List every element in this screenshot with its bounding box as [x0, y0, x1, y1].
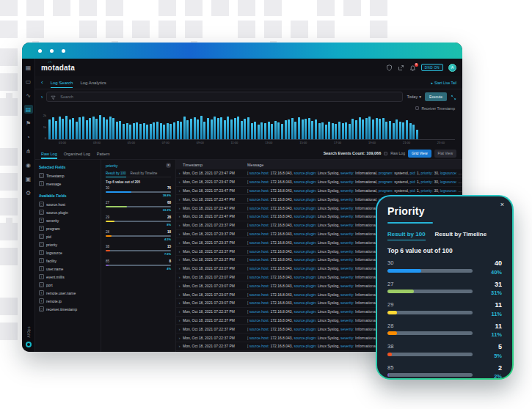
- tab-result-by-100[interactable]: Result by 100: [387, 231, 426, 240]
- row-expand-icon[interactable]: ›: [176, 284, 183, 288]
- histogram-bar[interactable]: [258, 125, 260, 139]
- histogram-bar[interactable]: [416, 130, 418, 139]
- histogram-bar[interactable]: [123, 124, 125, 139]
- histogram-bar[interactable]: [52, 117, 54, 139]
- window-dot[interactable]: [50, 49, 54, 53]
- histogram-bar[interactable]: [220, 117, 222, 139]
- logs-icon[interactable]: ▤: [24, 105, 33, 114]
- histogram-bar[interactable]: [264, 123, 266, 139]
- histogram-bar[interactable]: [170, 124, 172, 139]
- row-expand-icon[interactable]: ›: [176, 188, 183, 193]
- priority-bar-row[interactable]: 8522%: [387, 364, 502, 380]
- histogram-bar[interactable]: [156, 122, 158, 140]
- histogram-bar[interactable]: [65, 116, 68, 139]
- priority-bar-row[interactable]: 28184.5%: [106, 230, 171, 241]
- expand-icon[interactable]: [451, 90, 456, 103]
- close-icon[interactable]: ×: [500, 202, 504, 208]
- histogram-bar[interactable]: [194, 117, 196, 139]
- packages-icon[interactable]: ▣: [24, 174, 33, 183]
- priority-bar-row[interactable]: 273131%: [387, 281, 502, 297]
- histogram-bar[interactable]: [385, 122, 387, 139]
- histogram-bar[interactable]: [119, 121, 121, 139]
- histogram-bar[interactable]: [153, 122, 155, 139]
- field-item-message[interactable]: Tmessage: [39, 180, 97, 188]
- priority-bar-row[interactable]: 8584%: [106, 259, 171, 270]
- row-expand-icon[interactable]: ›: [176, 344, 183, 348]
- histogram-bar[interactable]: [190, 119, 192, 139]
- histogram-bar[interactable]: [112, 118, 114, 139]
- histogram-bar[interactable]: [368, 117, 371, 139]
- histogram-bar[interactable]: [409, 123, 412, 139]
- histogram-bar[interactable]: [103, 117, 105, 139]
- tab-result-by-100[interactable]: Result by 100: [106, 170, 126, 177]
- histogram-bar[interactable]: [227, 117, 229, 140]
- field-item-Timestamp[interactable]: ▢Timestamp: [39, 172, 97, 180]
- avatar[interactable]: A: [448, 64, 456, 72]
- histogram-bar[interactable]: [133, 123, 135, 139]
- log-row[interactable]: ›Mon, Oct 18, 2021 07:23:47 PM[ source.h…: [176, 178, 462, 187]
- histogram-bar[interactable]: [160, 123, 162, 139]
- tab-result-by-timeline[interactable]: Result by Timeline: [435, 231, 487, 240]
- histogram-bar[interactable]: [298, 117, 300, 139]
- histogram-bar[interactable]: [95, 119, 98, 139]
- histogram-bar[interactable]: [136, 122, 138, 139]
- histogram-bar[interactable]: [271, 124, 273, 139]
- tab-result-by-timeline[interactable]: Result by Timeline: [131, 170, 158, 177]
- priority-bar-row[interactable]: 291111%: [387, 301, 502, 317]
- histogram-bar[interactable]: [211, 119, 213, 139]
- priority-bar-row[interactable]: 276833.3%: [106, 201, 171, 212]
- flag-icon[interactable]: ⚑: [24, 119, 33, 128]
- tab-log-search[interactable]: Log Search: [51, 77, 73, 88]
- histogram-bar[interactable]: [345, 122, 347, 140]
- row-expand-icon[interactable]: ›: [176, 309, 183, 314]
- row-expand-icon[interactable]: ›: [176, 301, 183, 305]
- histogram-bar[interactable]: [234, 118, 236, 139]
- histogram-bar[interactable]: [139, 124, 142, 139]
- histogram-bar[interactable]: [230, 119, 233, 139]
- histogram-bar[interactable]: [406, 120, 408, 139]
- field-item-port[interactable]: ▢port: [39, 281, 97, 289]
- histogram-bar[interactable]: [291, 118, 294, 139]
- histogram-bar[interactable]: [173, 122, 175, 139]
- field-item-event-millis[interactable]: Tevent.millis: [39, 273, 97, 281]
- histogram-bar[interactable]: [412, 125, 415, 139]
- histogram-bar[interactable]: [89, 118, 91, 139]
- histogram-bar[interactable]: [335, 124, 337, 139]
- histogram-bar[interactable]: [277, 122, 280, 139]
- histogram-bar[interactable]: [308, 118, 310, 139]
- histogram-bar[interactable]: [86, 120, 88, 139]
- row-expand-icon[interactable]: ›: [176, 249, 183, 254]
- histogram-bar[interactable]: [79, 117, 81, 139]
- row-expand-icon[interactable]: ›: [176, 206, 183, 210]
- histogram-bar[interactable]: [72, 118, 74, 139]
- histogram-bar[interactable]: [224, 120, 226, 139]
- histogram-bar[interactable]: [150, 124, 152, 139]
- apps-icon[interactable]: ▦: [24, 63, 33, 72]
- histogram-bar[interactable]: [321, 122, 324, 139]
- tab-pattern[interactable]: Pattern: [97, 148, 110, 159]
- histogram-bar[interactable]: [129, 125, 131, 139]
- histogram-bar[interactable]: [389, 121, 391, 139]
- histogram-bar[interactable]: [338, 122, 340, 139]
- priority-bar-row[interactable]: 29288%: [106, 215, 171, 226]
- histogram-bar[interactable]: [62, 119, 64, 139]
- row-expand-icon[interactable]: ›: [176, 240, 183, 245]
- histogram-bar[interactable]: [402, 122, 404, 139]
- histogram-bar[interactable]: [180, 122, 182, 139]
- settings-icon[interactable]: ⚙: [24, 188, 33, 197]
- row-expand-icon[interactable]: ›: [176, 232, 183, 236]
- log-row[interactable]: ›Mon, Oct 18, 2021 07:23:47 PM[ source.h…: [176, 187, 462, 196]
- row-expand-icon[interactable]: ›: [176, 266, 183, 270]
- histogram-bar[interactable]: [393, 123, 395, 139]
- histogram-bar[interactable]: [163, 125, 165, 139]
- field-item-facility[interactable]: Tfacility: [39, 257, 97, 265]
- histogram-bar[interactable]: [351, 119, 354, 139]
- field-item-logsource[interactable]: Tlogsource: [39, 248, 97, 257]
- field-item-pid[interactable]: ▢pid: [39, 232, 97, 240]
- timestamp-column-header[interactable]: Timestamp: [183, 163, 247, 167]
- discovery-icon[interactable]: ◉: [24, 161, 33, 169]
- histogram-bar[interactable]: [332, 123, 334, 139]
- histogram-bar[interactable]: [349, 124, 351, 139]
- histogram-bar[interactable]: [399, 122, 401, 140]
- close-icon[interactable]: ×: [166, 163, 171, 168]
